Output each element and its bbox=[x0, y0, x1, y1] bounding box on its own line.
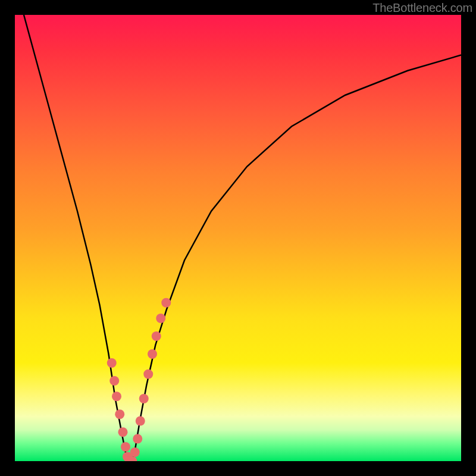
data-point bbox=[112, 392, 121, 401]
plot-area bbox=[15, 15, 461, 461]
data-point bbox=[107, 358, 117, 368]
data-point bbox=[130, 447, 140, 457]
data-point bbox=[118, 427, 128, 437]
data-point bbox=[161, 298, 171, 308]
data-point bbox=[136, 416, 145, 426]
data-point bbox=[115, 409, 124, 419]
data-point bbox=[121, 442, 130, 452]
chart-svg bbox=[15, 15, 461, 461]
data-point bbox=[133, 434, 142, 444]
data-point bbox=[152, 331, 161, 341]
data-point bbox=[109, 376, 119, 386]
data-point bbox=[143, 369, 153, 379]
data-point bbox=[156, 314, 165, 323]
bottleneck-curve bbox=[24, 15, 461, 461]
data-point bbox=[148, 349, 157, 359]
data-point bbox=[139, 394, 149, 403]
chart-frame: TheBottleneck.com bbox=[0, 0, 476, 476]
watermark-text: TheBottleneck.com bbox=[372, 1, 472, 15]
data-points bbox=[107, 298, 171, 461]
